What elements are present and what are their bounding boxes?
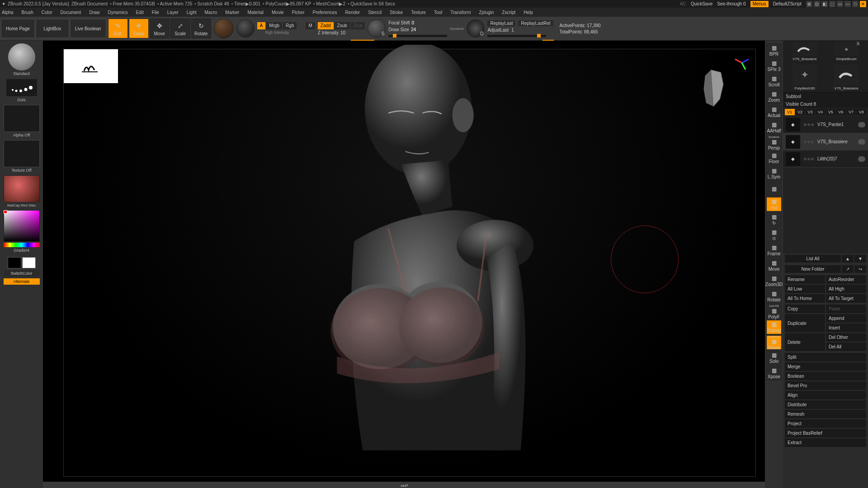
- axis-gizmo[interactable]: [733, 54, 751, 72]
- rbar-polyf[interactable]: Line Fill▦PolyF: [766, 305, 782, 319]
- move-mode-button[interactable]: ✥Move: [150, 19, 170, 38]
- rbar-move[interactable]: ▦Move: [766, 258, 782, 273]
- move-down-icon[interactable]: ▼: [854, 255, 866, 263]
- brush-preview[interactable]: [8, 43, 35, 70]
- rbar-scroll[interactable]: ▦Scroll: [766, 74, 782, 89]
- replaylast-button[interactable]: ReplayLast: [487, 20, 515, 26]
- menu-stencil[interactable]: Stencil: [368, 10, 382, 15]
- del-other-button[interactable]: Del Other: [826, 333, 866, 342]
- list-all-button[interactable]: List All: [785, 255, 841, 263]
- menu-marker[interactable]: Marker: [225, 10, 239, 15]
- draw-size-slider[interactable]: [388, 35, 447, 37]
- rbar-spix3[interactable]: ▦SPix 3: [766, 59, 782, 73]
- all-to-target-button[interactable]: All To Target: [826, 294, 866, 303]
- rbar-zoom[interactable]: ▦Zoom: [766, 89, 782, 104]
- rbar-zoom3d[interactable]: ▦Zoom3D: [766, 274, 782, 288]
- secondary-orb[interactable]: [236, 19, 255, 38]
- all-high-button[interactable]: All High: [826, 285, 866, 293]
- menu-render[interactable]: Render: [345, 10, 360, 15]
- maximize-icon[interactable]: □: [852, 1, 859, 7]
- rename-button[interactable]: Rename: [785, 275, 825, 284]
- winicon-3[interactable]: ◧: [821, 1, 828, 7]
- top-tool-2-thumb[interactable]: ✳3: [834, 42, 859, 56]
- visibility-eye-icon[interactable]: [858, 156, 865, 162]
- dynamic-label[interactable]: Dynamic: [450, 27, 464, 31]
- rbar-bpr[interactable]: ▦BPR: [766, 43, 782, 58]
- draw-size-label[interactable]: Draw Size: [388, 27, 409, 32]
- m-button[interactable]: M: [306, 22, 315, 29]
- zcut-button[interactable]: Zcut: [351, 22, 365, 29]
- rgb-button[interactable]: Rgb: [283, 22, 297, 29]
- close-icon[interactable]: ✕: [860, 1, 866, 7]
- menu-layer[interactable]: Layer: [167, 10, 179, 15]
- rbar-aahalf[interactable]: ▦AAHalf: [766, 120, 782, 135]
- rbar-[interactable]: ▦↻: [766, 212, 782, 227]
- menu-texture[interactable]: Texture: [411, 10, 426, 15]
- stroke-preview[interactable]: [6, 79, 38, 97]
- arrow-swap-icon[interactable]: ↪: [854, 265, 866, 273]
- focal-orb[interactable]: S: [368, 19, 386, 38]
- visibility-eye-icon[interactable]: [858, 139, 865, 145]
- rbar-rotate[interactable]: ▦Rotate: [766, 289, 782, 304]
- gradient-label[interactable]: Gradient: [14, 248, 29, 253]
- rbar-xpose[interactable]: ▦Xpose: [766, 366, 782, 380]
- switchcolor-button[interactable]: SwitchColor: [4, 270, 40, 277]
- split-button[interactable]: Split: [785, 353, 866, 361]
- rotate-mode-button[interactable]: ↻Rotate: [191, 19, 211, 38]
- white-swatch[interactable]: [22, 257, 36, 268]
- bevel-pro-button[interactable]: Bevel Pro: [785, 381, 866, 390]
- subtool-header[interactable]: Subtool: [786, 94, 801, 99]
- home-page-button[interactable]: Home Page: [2, 20, 34, 37]
- align-button[interactable]: Align: [785, 391, 866, 399]
- menu-zscript[interactable]: Zscript: [502, 10, 515, 15]
- material-swatch[interactable]: [4, 175, 40, 202]
- material-orb[interactable]: [214, 19, 234, 38]
- del-all-button[interactable]: Del All: [826, 343, 866, 351]
- focal-shift-label[interactable]: Focal Shift: [388, 20, 410, 25]
- merge-button[interactable]: Merge: [785, 362, 866, 371]
- menu-transform[interactable]: Transform: [450, 10, 471, 15]
- alpha-thumb[interactable]: [4, 105, 40, 132]
- a-toggle[interactable]: A: [257, 22, 266, 29]
- append-button[interactable]: Append: [826, 314, 866, 323]
- menu-zplugin[interactable]: Zplugin: [479, 10, 494, 15]
- tool-slot-1-thumb[interactable]: ✦: [793, 65, 817, 85]
- zsub-button[interactable]: Zsub: [335, 22, 350, 29]
- menu-brush[interactable]: Brush: [22, 10, 33, 15]
- rbar-transp[interactable]: ▦Transp: [766, 320, 782, 334]
- dynamic-orb[interactable]: D: [467, 19, 485, 38]
- color-picker[interactable]: [4, 210, 40, 242]
- zintensity-label[interactable]: Z Intensity: [318, 30, 339, 35]
- boolean-button[interactable]: Boolean: [785, 372, 866, 380]
- adjustlast-slider[interactable]: [487, 35, 546, 37]
- alternate-button[interactable]: Alternate: [4, 278, 40, 285]
- draw-mode-button[interactable]: ✛Draw: [129, 19, 149, 38]
- new-folder-button[interactable]: New Folder: [785, 265, 841, 273]
- distribute-button[interactable]: Distribute: [785, 400, 866, 409]
- winicon-5[interactable]: ▭: [837, 1, 843, 7]
- arrow-up-right-icon[interactable]: ↗: [842, 265, 854, 273]
- replaylastrel-button[interactable]: ReplayLastRel: [518, 20, 553, 26]
- subtool-item[interactable]: ◆V7S_Brassiere: [783, 133, 868, 150]
- menu-draw[interactable]: Draw: [89, 10, 99, 15]
- rbar-persp[interactable]: Dynamic▦Persp: [766, 136, 782, 150]
- adjustlast-label[interactable]: AdjustLast: [487, 28, 509, 33]
- orientation-head[interactable]: [697, 65, 731, 106]
- mrgb-button[interactable]: Mrgb: [266, 22, 282, 29]
- rbar-xyz[interactable]: ▦xyz: [766, 197, 782, 211]
- vtab-v8[interactable]: V8: [856, 109, 866, 115]
- vtab-v6[interactable]: V6: [836, 109, 846, 115]
- menu-picker[interactable]: Picker: [292, 10, 305, 15]
- minimize-icon[interactable]: —: [844, 1, 851, 7]
- black-swatch[interactable]: [8, 257, 21, 268]
- winicon-1[interactable]: ⊞: [806, 1, 812, 7]
- reference-thumbnail[interactable]: [64, 49, 118, 83]
- remesh-button[interactable]: Remesh: [785, 410, 866, 418]
- menus-toggle[interactable]: Menus: [750, 1, 769, 7]
- live-boolean-button[interactable]: Live Boolean: [71, 20, 105, 37]
- menu-edit[interactable]: Edit: [136, 10, 143, 15]
- rbar-frame[interactable]: ▦Frame: [766, 243, 782, 258]
- rgb-intensity-label[interactable]: Rgb Intensity: [257, 30, 315, 35]
- project-basrelief-button[interactable]: Project BasRelief: [785, 429, 866, 437]
- rbar-btn[interactable]: ▦: [766, 182, 782, 196]
